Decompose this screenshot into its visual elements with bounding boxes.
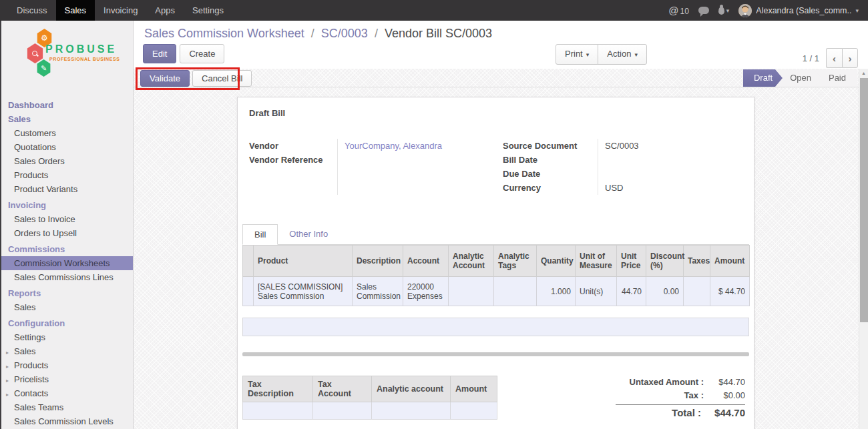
mention-counter[interactable]: @ 10: [668, 5, 689, 16]
cell-amount[interactable]: $ 44.70: [710, 277, 750, 306]
cell-analytic-tags[interactable]: [494, 277, 537, 306]
col-tax-amount[interactable]: Amount: [451, 376, 497, 402]
status-bar: Validate Cancel Bill Draft Open Paid: [134, 69, 859, 87]
validate-button[interactable]: Validate: [140, 70, 190, 87]
app-menu: Discuss Sales Invoicing Apps Settings: [8, 0, 232, 21]
vendor-label: Vendor: [249, 139, 337, 153]
workflow-buttons: Validate Cancel Bill: [140, 70, 252, 87]
vendor-value-link[interactable]: YourCompany, Alexandra: [345, 139, 495, 153]
menu-sales[interactable]: Sales: [56, 0, 95, 21]
edit-button[interactable]: Edit: [143, 44, 176, 63]
cell-quantity[interactable]: 1.000: [537, 277, 576, 306]
sidebar-item-sales[interactable]: Sales: [1, 112, 133, 126]
vendor-reference-value: [345, 153, 495, 167]
chevron-down-icon: ▾: [634, 51, 638, 58]
sidebar-nav: Dashboard Sales Customers Quotations Sal…: [1, 98, 133, 428]
breadcrumb-separator: /: [371, 27, 381, 40]
sidebar-item-orders-to-upsell[interactable]: Orders to Upsell: [1, 226, 133, 240]
sidebar-item-sales-commission-levels[interactable]: Sales Commission Levels: [1, 414, 133, 428]
sidebar-item-config-pricelists[interactable]: ▸Pricelists: [1, 372, 133, 386]
vertical-scrollbar[interactable]: ▲: [859, 69, 868, 429]
sidebar-section-invoicing[interactable]: Invoicing: [1, 196, 133, 212]
chevron-down-icon: ▾: [726, 7, 730, 14]
col-account[interactable]: Account: [403, 246, 449, 277]
cell-unit-of-measure[interactable]: Unit(s): [576, 277, 617, 306]
sidebar-item-products[interactable]: Products: [1, 168, 133, 182]
status-step-draft[interactable]: Draft: [743, 69, 783, 87]
menu-invoicing[interactable]: Invoicing: [95, 0, 146, 21]
sidebar-section-reports[interactable]: Reports: [1, 284, 133, 300]
sidebar-item-sales-orders[interactable]: Sales Orders: [1, 154, 133, 168]
menu-apps[interactable]: Apps: [146, 0, 184, 21]
empty-list-row[interactable]: [242, 318, 749, 336]
sidebar-item-product-variants[interactable]: Product Variants: [1, 182, 133, 196]
sidebar-item-config-contacts[interactable]: ▸Contacts: [1, 386, 133, 400]
sidebar-section-configuration[interactable]: Configuration: [1, 314, 133, 330]
lower-section: Tax Description Tax Account Analytic acc…: [242, 376, 749, 420]
sidebar-item-config-products[interactable]: ▸Products: [1, 358, 133, 372]
currency-label: Currency: [503, 181, 598, 195]
cell-product[interactable]: [SALES COMMISSION] Sales Commission: [254, 277, 353, 306]
menu-settings[interactable]: Settings: [184, 0, 232, 21]
col-analytic-tags[interactable]: Analytic Tags: [494, 246, 537, 277]
horizontal-scrollbar[interactable]: [242, 352, 749, 356]
debug-menu[interactable]: ▾: [718, 7, 730, 15]
col-tax-description[interactable]: Tax Description: [243, 376, 313, 402]
chevron-left-icon: ‹: [833, 53, 836, 64]
sidebar-item-sales-commissions-lines[interactable]: Sales Commissions Lines: [1, 270, 133, 284]
chevron-down-icon: ▾: [855, 7, 859, 14]
cell-account[interactable]: 220000 Expenses: [403, 277, 449, 306]
tax-empty-row[interactable]: [243, 402, 497, 420]
col-unit-of-measure[interactable]: Unit of Measure: [576, 246, 617, 277]
col-taxes[interactable]: Taxes: [684, 246, 710, 277]
tab-other-info[interactable]: Other Info: [278, 224, 339, 244]
cell-taxes[interactable]: [684, 277, 710, 306]
sidebar-item-sales-to-invoice[interactable]: Sales to Invoice: [1, 212, 133, 226]
company-logo[interactable]: ⚙ ✎ PROBUSE PROFESSIONAL BUSINESS: [1, 26, 133, 87]
total-row: Total : $44.70: [616, 406, 745, 420]
sidebar-item-settings[interactable]: Settings: [1, 330, 133, 344]
sidebar-item-quotations[interactable]: Quotations: [1, 140, 133, 154]
col-unit-price[interactable]: Unit Price: [617, 246, 646, 277]
col-amount[interactable]: Amount: [710, 246, 750, 277]
menu-discuss[interactable]: Discuss: [8, 0, 56, 21]
cell-description[interactable]: Sales Commission: [353, 277, 403, 306]
breadcrumb: Sales Commission Worksheet / SC/0003 / V…: [144, 27, 492, 41]
messages-icon[interactable]: [698, 7, 709, 14]
pager: 1 / 1 ‹ ›: [803, 48, 858, 68]
sidebar-item-reports-sales[interactable]: Sales: [1, 300, 133, 314]
logo-subtitle: PROFESSIONAL BUSINESS: [49, 57, 120, 61]
sidebar-item-commission-worksheets[interactable]: Commission Worksheets: [1, 256, 133, 270]
pager-next-button[interactable]: ›: [842, 48, 858, 68]
col-discount[interactable]: Discount (%): [646, 246, 684, 277]
form-view-container: Draft Bill Vendor Vendor Reference YourC…: [134, 87, 859, 429]
scrollbar-thumb[interactable]: [860, 78, 868, 322]
col-tax-account[interactable]: Tax Account: [313, 376, 372, 402]
row-handle: [243, 277, 254, 306]
breadcrumb-sc0003-link[interactable]: SC/0003: [321, 27, 368, 40]
expand-arrow-icon: ▸: [6, 375, 9, 386]
action-button[interactable]: Action▾: [598, 44, 647, 65]
col-quantity[interactable]: Quantity: [537, 246, 576, 277]
create-button[interactable]: Create: [180, 44, 224, 63]
cell-discount[interactable]: 0.00: [646, 277, 684, 306]
sidebar-item-customers[interactable]: Customers: [1, 126, 133, 140]
pager-previous-button[interactable]: ‹: [826, 48, 842, 68]
sidebar-item-sales-teams[interactable]: Sales Teams: [1, 400, 133, 414]
breadcrumb-worksheet-link[interactable]: Sales Commission Worksheet: [144, 27, 304, 40]
col-description[interactable]: Description: [353, 246, 403, 277]
sidebar-section-commissions[interactable]: Commissions: [1, 240, 133, 256]
bill-line-row[interactable]: [SALES COMMISSION] Sales Commission Sale…: [243, 277, 750, 306]
cell-unit-price[interactable]: 44.70: [617, 277, 646, 306]
sidebar-item-config-sales[interactable]: ▸Sales: [1, 344, 133, 358]
cell-analytic-account[interactable]: [449, 277, 494, 306]
user-menu[interactable]: Alexandra (Sales_comm.. ▾: [738, 4, 859, 17]
tab-bill[interactable]: Bill: [242, 224, 278, 245]
col-product[interactable]: Product: [254, 246, 353, 277]
col-analytic-account[interactable]: Analytic Account: [449, 246, 494, 277]
scrollbar-up-arrow-icon[interactable]: ▲: [859, 71, 868, 75]
col-tax-analytic-account[interactable]: Analytic account: [372, 376, 451, 402]
print-button[interactable]: Print▾: [556, 44, 598, 65]
cancel-bill-button[interactable]: Cancel Bill: [192, 70, 252, 87]
sidebar-item-dashboard[interactable]: Dashboard: [1, 98, 133, 112]
